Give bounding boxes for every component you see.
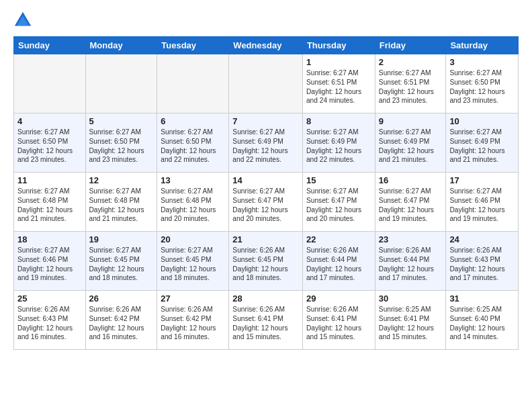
day-number: 16 [379, 175, 443, 185]
calendar-header-row: SundayMondayTuesdayWednesdayThursdayFrid… [14, 37, 519, 54]
day-info: Sunrise: 6:27 AM Sunset: 6:48 PM Dayligh… [89, 187, 154, 224]
day-info: Sunrise: 6:27 AM Sunset: 6:50 PM Dayligh… [17, 128, 82, 165]
calendar-cell: 14Sunrise: 6:27 AM Sunset: 6:47 PM Dayli… [229, 173, 303, 232]
day-number: 18 [17, 234, 82, 244]
day-info: Sunrise: 6:27 AM Sunset: 6:48 PM Dayligh… [17, 187, 82, 224]
calendar-cell: 31Sunrise: 6:25 AM Sunset: 6:40 PM Dayli… [446, 291, 519, 350]
calendar-cell: 11Sunrise: 6:27 AM Sunset: 6:48 PM Dayli… [14, 173, 86, 232]
calendar-cell: 25Sunrise: 6:26 AM Sunset: 6:43 PM Dayli… [14, 291, 86, 350]
calendar-cell: 13Sunrise: 6:27 AM Sunset: 6:48 PM Dayli… [157, 173, 229, 232]
calendar-week-1: 4Sunrise: 6:27 AM Sunset: 6:50 PM Daylig… [14, 113, 519, 173]
day-info: Sunrise: 6:27 AM Sunset: 6:50 PM Dayligh… [89, 128, 154, 165]
day-info: Sunrise: 6:26 AM Sunset: 6:44 PM Dayligh… [379, 246, 443, 283]
calendar-cell: 5Sunrise: 6:27 AM Sunset: 6:50 PM Daylig… [85, 113, 157, 173]
day-info: Sunrise: 6:27 AM Sunset: 6:49 PM Dayligh… [232, 128, 299, 165]
page: SundayMondayTuesdayWednesdayThursdayFrid… [0, 0, 532, 411]
day-info: Sunrise: 6:26 AM Sunset: 6:42 PM Dayligh… [89, 305, 154, 342]
calendar-cell: 29Sunrise: 6:26 AM Sunset: 6:41 PM Dayli… [302, 291, 375, 350]
day-info: Sunrise: 6:26 AM Sunset: 6:43 PM Dayligh… [17, 305, 82, 342]
calendar-cell: 9Sunrise: 6:27 AM Sunset: 6:49 PM Daylig… [375, 113, 446, 173]
calendar-cell: 17Sunrise: 6:27 AM Sunset: 6:46 PM Dayli… [446, 173, 519, 232]
day-number: 13 [161, 175, 225, 185]
day-info: Sunrise: 6:26 AM Sunset: 6:42 PM Dayligh… [161, 305, 225, 342]
day-info: Sunrise: 6:27 AM Sunset: 6:46 PM Dayligh… [17, 246, 82, 283]
calendar-week-0: 1Sunrise: 6:27 AM Sunset: 6:51 PM Daylig… [14, 54, 519, 113]
day-info: Sunrise: 6:27 AM Sunset: 6:50 PM Dayligh… [449, 68, 515, 105]
day-number: 26 [89, 293, 154, 304]
day-info: Sunrise: 6:27 AM Sunset: 6:50 PM Dayligh… [161, 128, 225, 165]
day-info: Sunrise: 6:27 AM Sunset: 6:49 PM Dayligh… [379, 128, 443, 165]
day-info: Sunrise: 6:27 AM Sunset: 6:51 PM Dayligh… [379, 68, 443, 105]
day-number: 2 [379, 57, 443, 67]
logo [13, 11, 35, 30]
day-number: 15 [306, 175, 371, 185]
day-number: 21 [232, 234, 299, 244]
day-number: 19 [89, 234, 154, 244]
calendar-header-tuesday: Tuesday [157, 37, 229, 54]
calendar-cell: 12Sunrise: 6:27 AM Sunset: 6:48 PM Dayli… [85, 173, 157, 232]
day-info: Sunrise: 6:27 AM Sunset: 6:47 PM Dayligh… [232, 187, 299, 224]
calendar-header-saturday: Saturday [446, 37, 519, 54]
day-number: 10 [449, 116, 515, 126]
calendar-cell: 8Sunrise: 6:27 AM Sunset: 6:49 PM Daylig… [302, 113, 375, 173]
calendar-header-thursday: Thursday [302, 37, 375, 54]
day-number: 3 [449, 57, 515, 67]
day-number: 30 [379, 293, 443, 304]
calendar-cell [229, 54, 303, 113]
day-info: Sunrise: 6:27 AM Sunset: 6:47 PM Dayligh… [306, 187, 371, 224]
day-number: 31 [449, 293, 515, 304]
calendar-cell: 26Sunrise: 6:26 AM Sunset: 6:42 PM Dayli… [85, 291, 157, 350]
day-number: 27 [161, 293, 225, 304]
day-info: Sunrise: 6:26 AM Sunset: 6:45 PM Dayligh… [232, 246, 299, 283]
calendar-cell: 28Sunrise: 6:26 AM Sunset: 6:41 PM Dayli… [229, 291, 303, 350]
header [13, 11, 519, 30]
day-number: 14 [232, 175, 299, 185]
calendar-cell: 21Sunrise: 6:26 AM Sunset: 6:45 PM Dayli… [229, 232, 303, 291]
calendar-cell: 2Sunrise: 6:27 AM Sunset: 6:51 PM Daylig… [375, 54, 446, 113]
day-number: 5 [89, 116, 154, 126]
calendar-week-3: 18Sunrise: 6:27 AM Sunset: 6:46 PM Dayli… [14, 232, 519, 291]
calendar-cell: 6Sunrise: 6:27 AM Sunset: 6:50 PM Daylig… [157, 113, 229, 173]
calendar-cell: 3Sunrise: 6:27 AM Sunset: 6:50 PM Daylig… [446, 54, 519, 113]
calendar-cell: 4Sunrise: 6:27 AM Sunset: 6:50 PM Daylig… [14, 113, 86, 173]
calendar-header-sunday: Sunday [14, 37, 86, 54]
day-info: Sunrise: 6:26 AM Sunset: 6:43 PM Dayligh… [449, 246, 515, 283]
calendar-cell [85, 54, 157, 113]
day-info: Sunrise: 6:26 AM Sunset: 6:44 PM Dayligh… [306, 246, 371, 283]
day-number: 28 [232, 293, 299, 304]
calendar-header-monday: Monday [85, 37, 157, 54]
day-number: 17 [449, 175, 515, 185]
calendar-cell: 7Sunrise: 6:27 AM Sunset: 6:49 PM Daylig… [229, 113, 303, 173]
day-info: Sunrise: 6:26 AM Sunset: 6:41 PM Dayligh… [232, 305, 299, 342]
calendar-cell: 27Sunrise: 6:26 AM Sunset: 6:42 PM Dayli… [157, 291, 229, 350]
calendar-cell: 19Sunrise: 6:27 AM Sunset: 6:45 PM Dayli… [85, 232, 157, 291]
calendar-cell: 15Sunrise: 6:27 AM Sunset: 6:47 PM Dayli… [302, 173, 375, 232]
day-info: Sunrise: 6:27 AM Sunset: 6:45 PM Dayligh… [161, 246, 225, 283]
day-info: Sunrise: 6:27 AM Sunset: 6:51 PM Dayligh… [306, 68, 371, 105]
calendar-cell: 22Sunrise: 6:26 AM Sunset: 6:44 PM Dayli… [302, 232, 375, 291]
day-number: 25 [17, 293, 82, 304]
day-number: 4 [17, 116, 82, 126]
day-number: 7 [232, 116, 299, 126]
day-number: 6 [161, 116, 225, 126]
calendar-week-2: 11Sunrise: 6:27 AM Sunset: 6:48 PM Dayli… [14, 173, 519, 232]
day-number: 24 [449, 234, 515, 244]
day-info: Sunrise: 6:27 AM Sunset: 6:49 PM Dayligh… [306, 128, 371, 165]
day-number: 1 [306, 57, 371, 67]
day-info: Sunrise: 6:27 AM Sunset: 6:47 PM Dayligh… [379, 187, 443, 224]
day-info: Sunrise: 6:27 AM Sunset: 6:45 PM Dayligh… [89, 246, 154, 283]
day-number: 12 [89, 175, 154, 185]
day-info: Sunrise: 6:25 AM Sunset: 6:40 PM Dayligh… [449, 305, 515, 342]
day-number: 23 [379, 234, 443, 244]
calendar-cell: 1Sunrise: 6:27 AM Sunset: 6:51 PM Daylig… [302, 54, 375, 113]
calendar: SundayMondayTuesdayWednesdayThursdayFrid… [13, 36, 519, 350]
calendar-cell [14, 54, 86, 113]
day-info: Sunrise: 6:25 AM Sunset: 6:41 PM Dayligh… [379, 305, 443, 342]
calendar-header-wednesday: Wednesday [229, 37, 303, 54]
day-number: 11 [17, 175, 82, 185]
calendar-cell: 10Sunrise: 6:27 AM Sunset: 6:49 PM Dayli… [446, 113, 519, 173]
calendar-header-friday: Friday [375, 37, 446, 54]
day-info: Sunrise: 6:27 AM Sunset: 6:46 PM Dayligh… [449, 187, 515, 224]
calendar-cell: 24Sunrise: 6:26 AM Sunset: 6:43 PM Dayli… [446, 232, 519, 291]
day-number: 8 [306, 116, 371, 126]
